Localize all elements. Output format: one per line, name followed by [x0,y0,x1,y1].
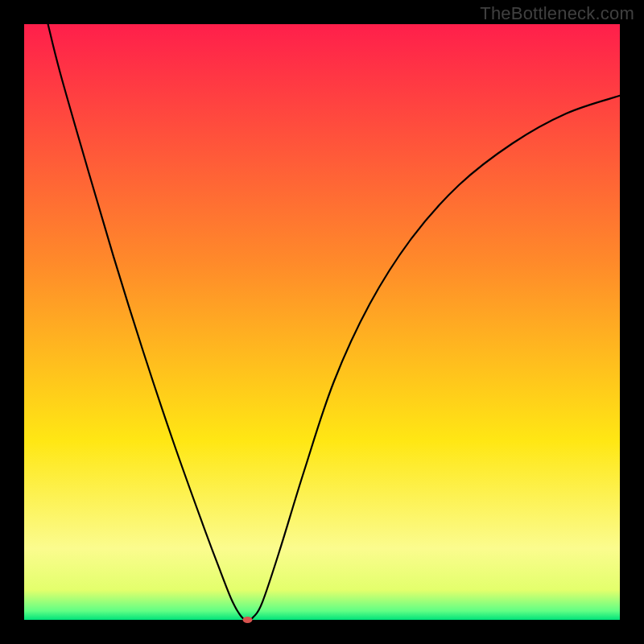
chart-container: { "watermark": "TheBottleneck.com", "cha… [0,0,644,644]
plot-background [24,24,620,620]
watermark-text: TheBottleneck.com [480,3,634,24]
bottleneck-chart [0,0,644,644]
optimal-marker [243,617,253,623]
